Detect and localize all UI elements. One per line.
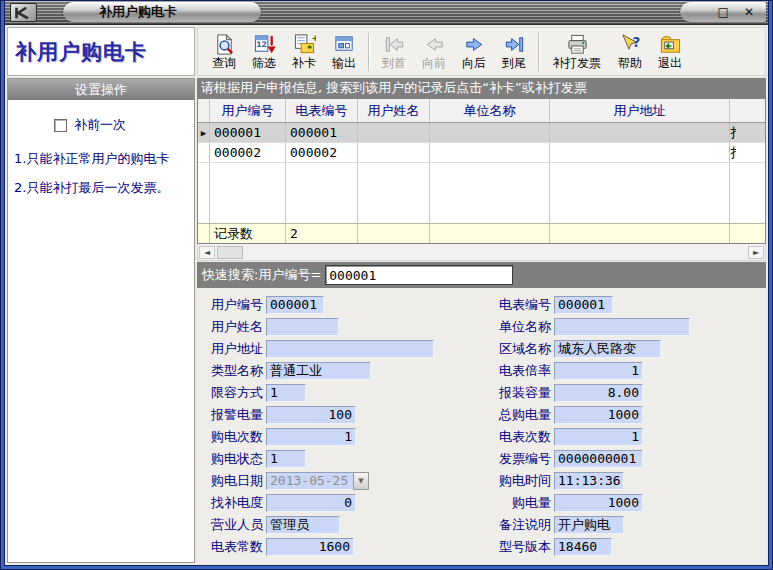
toolbar-button-go-next[interactable]: 向后 [454,32,494,70]
form-field-purchase-energy[interactable] [554,494,643,512]
titlebar[interactable]: 补用户购电卡 □ ✕ [5,1,768,25]
toolbar-button-help[interactable]: ?帮助 [610,32,650,70]
grid-cell: 000001 [210,123,286,142]
form-field-type-name[interactable] [266,362,371,380]
toolbar-button-go-prev: 向前 [414,32,454,70]
main-panel: 请根据用户申报信息, 搜索到该用户的记录后点击“补卡”或补打发票 用户编号电表编… [197,78,766,563]
toolbar-button-reissue-card[interactable]: +*补卡 [284,32,324,70]
toolbar-button-label: 帮助 [618,56,642,70]
arrow-next-icon [463,33,486,56]
row-selector-icon [198,143,210,162]
grid-footer-cell [550,224,730,243]
form-field-invoice-number[interactable] [554,450,643,468]
form-field-installed-capacity[interactable] [554,384,643,402]
grid-filler-cell [430,163,550,223]
form-field-meter-ratio[interactable] [554,362,643,380]
form-field-model-version[interactable] [554,538,612,556]
form-label-installed-capacity: 报装容量 [493,384,551,402]
form-field-total-purchased-energy[interactable] [554,406,643,424]
form-label-type-name: 类型名称 [205,362,263,380]
form-field-user-id[interactable] [266,296,324,314]
form-field-adjust-energy[interactable] [266,494,356,512]
app-window: 补用户购电卡 □ ✕ 补用户购电卡 查询12筛选+*补卡输出到首向前向后到尾补打… [0,0,773,570]
form-field-purchase-count[interactable] [266,428,356,446]
form-row-purchase-status: 购电状态 [205,449,493,468]
toolbar-separator [538,33,540,71]
form-label-user-address: 用户地址 [205,340,263,358]
grid-column-header-2[interactable]: 电表编号 [286,99,358,122]
form-label-alarm-energy: 报警电量 [205,406,263,424]
form-label-user-name: 用户姓名 [205,318,263,336]
form-label-meter-constant: 电表常数 [205,538,263,556]
svg-text:*: * [306,43,311,54]
clipped-text: 扌 [730,124,736,142]
form-field-user-address[interactable] [266,340,434,358]
titlebar-controls: □ ✕ [680,2,766,22]
search-doc-icon [213,33,236,56]
form-row-meter-ratio: 电表倍率 [493,361,766,380]
toolbar-button-label: 退出 [658,56,682,70]
form-field-meter-id[interactable] [554,296,613,314]
form-field-user-name[interactable] [266,318,339,336]
toolbar-button-go-first: 到首 [374,32,414,70]
form-label-purchase-date: 购电日期 [205,472,263,490]
form-field-unit-name[interactable] [554,318,690,336]
detail-form: 用户编号用户姓名用户地址类型名称限容方式报警电量购电次数购电状态购电日期▼找补电… [197,288,766,563]
form-field-region-name[interactable] [554,340,661,358]
form-field-meter-constant[interactable] [266,538,354,556]
body-row: 设置操作 补前一次 1.只能补正常用户的购电卡 2.只能补打最后一次发票。 请根… [5,77,768,565]
grid-cell: 000002 [286,143,358,162]
toolbar-button-go-last[interactable]: 到尾 [494,32,534,70]
arrow-prev-icon [423,33,446,56]
form-row-purchase-date: 购电日期▼ [205,471,493,490]
combo-dropdown-icon[interactable]: ▼ [353,472,369,490]
window-title: 补用户购电卡 [99,3,177,21]
form-label-unit-name: 单位名称 [493,318,551,336]
grid-filler-cell [210,163,286,223]
toolbar-button-reprint-invoice[interactable]: 补打发票 [544,32,610,70]
grid-column-header-4[interactable]: 单位名称 [430,99,550,122]
grid-horizontal-scrollbar[interactable]: ◄ ► [197,244,766,261]
form-field-purchase-time[interactable] [554,472,624,490]
help-cursor-icon: ? [619,33,642,56]
form-field-meter-count[interactable] [554,428,643,446]
checkbox-icon[interactable] [54,119,67,132]
grid-column-header-1[interactable]: 用户编号 [210,99,286,122]
form-field-purchase-status[interactable] [266,450,306,468]
grid-cell [550,143,730,162]
form-field-capacity-limit-mode[interactable] [266,384,306,402]
form-label-meter-ratio: 电表倍率 [493,362,551,380]
toolbar-button-filter[interactable]: 12筛选 [244,32,284,70]
form-field-alarm-energy[interactable] [266,406,356,424]
toolbar-button-output[interactable]: 输出 [324,32,364,70]
sidebar: 设置操作 补前一次 1.只能补正常用户的购电卡 2.只能补打最后一次发票。 [7,78,195,563]
form-label-region-name: 区域名称 [493,340,551,358]
form-row-type-name: 类型名称 [205,361,493,380]
combo-input-purchase-date[interactable] [266,472,353,490]
maximize-button[interactable]: □ [718,6,729,18]
form-field-operator[interactable] [266,516,340,534]
table-row[interactable]: 000002000002扌 [198,143,765,163]
form-row-adjust-energy: 找补电度 [205,493,493,512]
grid-column-header-5[interactable]: 用户地址 [550,99,730,122]
record-count-value: 2 [286,224,358,243]
toolbar-button-exit[interactable]: 退出 [650,32,690,70]
table-row[interactable]: ▶000001000001扌 [198,123,765,143]
quick-search-input[interactable] [325,265,513,285]
grid-empty-area [198,163,765,223]
reissue-previous-checkbox-row[interactable]: 补前一次 [54,116,194,134]
scrollbar-thumb[interactable] [217,246,243,259]
scroll-left-icon[interactable]: ◄ [199,246,215,259]
user-grid: 用户编号电表编号用户姓名单位名称用户地址▶000001000001扌000002… [197,98,766,244]
scroll-right-icon[interactable]: ► [748,246,764,259]
form-row-purchase-energy: 购电量 [493,493,766,512]
toolbar-button-query[interactable]: 查询 [204,32,244,70]
arrow-first-icon [383,33,406,56]
form-field-remark[interactable] [554,516,624,534]
grid-column-header-3[interactable]: 用户姓名 [358,99,430,122]
close-button[interactable]: ✕ [744,6,754,18]
form-row-total-purchased-energy: 总购电量 [493,405,766,424]
arrow-last-icon [503,33,526,56]
grid-cell [358,123,430,142]
form-label-meter-count: 电表次数 [493,428,551,446]
